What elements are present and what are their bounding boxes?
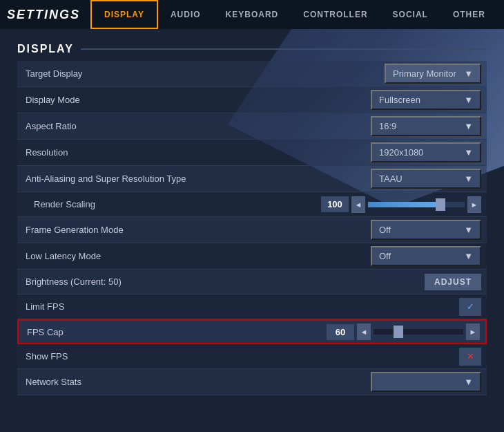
- tab-social[interactable]: SOCIAL: [380, 0, 440, 29]
- row-brightness: Brightness (Current: 50) ADJUST: [17, 270, 487, 294]
- dropdown-anti-aliasing[interactable]: TAAU ▼: [371, 169, 481, 189]
- dropdown-resolution[interactable]: 1920x1080 ▼: [371, 142, 481, 162]
- dropdown-value-low-latency: Off: [379, 251, 391, 261]
- control-resolution: 1920x1080 ▼: [365, 140, 487, 165]
- render-scaling-thumb[interactable]: [436, 198, 445, 211]
- label-fps-cap: FPS Cap: [19, 323, 321, 341]
- chevron-down-icon: ▼: [464, 68, 473, 79]
- dropdown-value-aspect-ratio: 16:9: [379, 121, 396, 131]
- limit-fps-checkbox[interactable]: ✓: [459, 298, 481, 316]
- row-resolution: Resolution 1920x1080 ▼: [17, 140, 487, 166]
- adjust-button[interactable]: ADJUST: [425, 274, 481, 290]
- row-fps-cap: FPS Cap 60 ◄ ►: [17, 319, 487, 344]
- control-brightness: ADJUST: [419, 271, 487, 293]
- row-anti-aliasing: Anti-Aliasing and Super Resolution Type …: [17, 166, 487, 192]
- dropdown-value-anti-aliasing: TAAU: [379, 173, 403, 184]
- top-nav: SETTINGS DISPLAY AUDIO KEYBOARD CONTROLL…: [0, 0, 504, 29]
- control-aspect-ratio: 16:9 ▼: [365, 113, 487, 139]
- row-target-display: Target Display Primary Monitor ▼: [17, 61, 487, 87]
- row-limit-fps: Limit FPS ✓: [17, 294, 487, 319]
- tab-other[interactable]: OTHER: [440, 0, 498, 29]
- tab-controller[interactable]: CONTROLLER: [291, 0, 380, 29]
- show-fps-checkbox[interactable]: ✕: [459, 348, 481, 366]
- label-anti-aliasing: Anti-Aliasing and Super Resolution Type: [17, 169, 365, 188]
- fps-cap-increment[interactable]: ►: [466, 323, 480, 340]
- dropdown-target-display[interactable]: Primary Monitor ▼: [385, 64, 481, 84]
- label-low-latency: Low Latency Mode: [17, 247, 365, 265]
- main-content: DISPLAY Target Display Primary Monitor ▼…: [0, 29, 504, 409]
- dropdown-network-stats[interactable]: ▼: [371, 372, 481, 392]
- label-resolution: Resolution: [17, 143, 365, 162]
- render-scaling-value: 100: [321, 196, 349, 212]
- section-title: DISPLAY: [17, 43, 81, 55]
- slider-render-scaling: 100 ◄ ►: [321, 196, 481, 213]
- label-frame-generation: Frame Generation Mode: [17, 220, 365, 239]
- control-limit-fps: ✓: [454, 295, 487, 319]
- control-render-scaling: 100 ◄ ►: [316, 194, 487, 216]
- control-anti-aliasing: TAAU ▼: [365, 166, 487, 191]
- chevron-down-icon: ▼: [464, 95, 473, 105]
- label-network-stats: Network Stats: [17, 373, 365, 391]
- fps-cap-decrement[interactable]: ◄: [357, 323, 371, 340]
- render-scaling-track[interactable]: [368, 202, 465, 207]
- row-low-latency: Low Latency Mode Off ▼: [17, 243, 487, 270]
- label-brightness: Brightness (Current: 50): [17, 272, 419, 291]
- control-network-stats: ▼: [365, 369, 487, 395]
- app-brand: SETTINGS: [7, 8, 80, 22]
- row-render-scaling: Render Scaling 100 ◄ ►: [17, 192, 487, 217]
- chevron-down-icon: ▼: [464, 147, 473, 158]
- label-show-fps: Show FPS: [17, 347, 454, 366]
- chevron-down-icon: ▼: [464, 377, 473, 387]
- fps-cap-track[interactable]: [374, 329, 463, 335]
- tab-accessibility[interactable]: ACCESSIBILITY: [498, 0, 504, 29]
- control-low-latency: Off ▼: [365, 243, 487, 269]
- slider-fps-cap: 60 ◄ ►: [327, 323, 480, 340]
- render-scaling-decrement[interactable]: ◄: [351, 196, 365, 213]
- render-scaling-fill: [368, 202, 440, 207]
- control-frame-generation: Off ▼: [365, 217, 487, 243]
- tab-keyboard[interactable]: KEYBOARD: [213, 0, 291, 29]
- chevron-down-icon: ▼: [464, 251, 473, 261]
- render-scaling-increment[interactable]: ►: [467, 196, 481, 213]
- tab-audio[interactable]: AUDIO: [158, 0, 213, 29]
- label-limit-fps: Limit FPS: [17, 297, 454, 316]
- dropdown-display-mode[interactable]: Fullscreen ▼: [371, 90, 481, 110]
- label-render-scaling: Render Scaling: [17, 195, 316, 214]
- control-show-fps: ✕: [454, 345, 487, 368]
- dropdown-low-latency[interactable]: Off ▼: [371, 246, 481, 266]
- row-frame-generation: Frame Generation Mode Off ▼: [17, 217, 487, 243]
- control-fps-cap: 60 ◄ ►: [321, 321, 485, 343]
- fps-cap-value: 60: [327, 324, 354, 340]
- settings-list: Target Display Primary Monitor ▼ Display…: [17, 61, 487, 395]
- tab-display[interactable]: DISPLAY: [90, 0, 158, 29]
- row-aspect-ratio: Aspect Ratio 16:9 ▼: [17, 113, 487, 140]
- dropdown-value-display-mode: Fullscreen: [379, 95, 420, 105]
- dropdown-value-target-display: Primary Monitor: [393, 68, 456, 79]
- chevron-down-icon: ▼: [464, 225, 473, 235]
- control-target-display: Primary Monitor ▼: [379, 61, 487, 86]
- label-aspect-ratio: Aspect Ratio: [17, 117, 365, 135]
- dropdown-value-frame-generation: Off: [379, 225, 391, 235]
- dropdown-value-resolution: 1920x1080: [379, 147, 423, 158]
- section-divider: [81, 48, 487, 50]
- label-display-mode: Display Mode: [17, 91, 365, 109]
- section-header: DISPLAY: [17, 43, 487, 55]
- fps-cap-thumb[interactable]: [394, 326, 403, 338]
- row-network-stats: Network Stats ▼: [17, 369, 487, 395]
- row-display-mode: Display Mode Fullscreen ▼: [17, 87, 487, 113]
- label-target-display: Target Display: [17, 64, 379, 83]
- dropdown-aspect-ratio[interactable]: 16:9 ▼: [371, 116, 481, 136]
- chevron-down-icon: ▼: [464, 173, 473, 184]
- nav-tabs: DISPLAY AUDIO KEYBOARD CONTROLLER SOCIAL…: [90, 0, 504, 29]
- row-show-fps: Show FPS ✕: [17, 344, 487, 369]
- chevron-down-icon: ▼: [464, 121, 473, 131]
- dropdown-frame-generation[interactable]: Off ▼: [371, 220, 481, 240]
- control-display-mode: Fullscreen ▼: [365, 87, 487, 113]
